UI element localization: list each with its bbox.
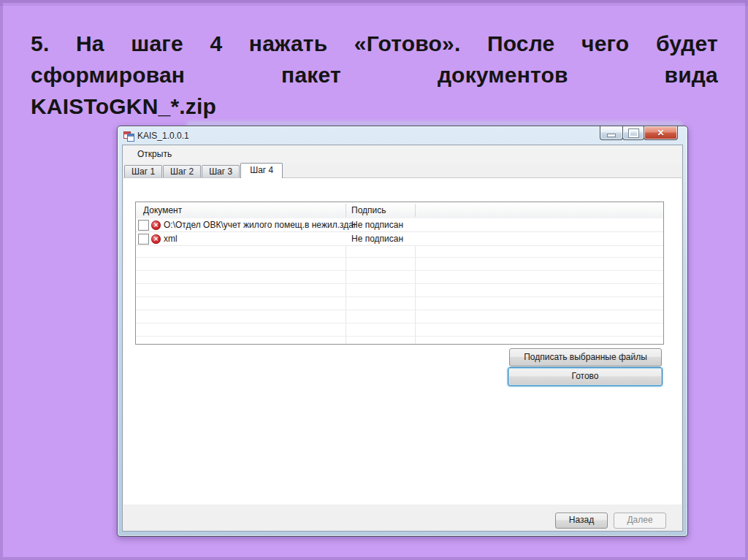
app-icon bbox=[123, 131, 134, 141]
documents-grid: Документ Подпись ✕ O:\Отдел ОВК\учет жил… bbox=[135, 202, 664, 345]
done-button[interactable]: Готово bbox=[508, 367, 663, 386]
tab-step-3[interactable]: Шаг 3 bbox=[202, 165, 240, 177]
signature-status: Не подписан bbox=[351, 234, 403, 244]
slide-title: 5. На шаге 4 нажать «Готово». После чего… bbox=[31, 28, 718, 122]
next-button-disabled[interactable]: Далее bbox=[614, 513, 666, 529]
window-controls: ✕ bbox=[600, 126, 678, 140]
maximize-button[interactable] bbox=[622, 126, 644, 140]
close-button[interactable]: ✕ bbox=[644, 126, 678, 140]
row-checkbox[interactable] bbox=[138, 234, 149, 245]
back-button[interactable]: Назад bbox=[555, 513, 608, 529]
grid-header: Документ Подпись bbox=[136, 202, 663, 219]
minimize-button[interactable] bbox=[600, 126, 623, 140]
minimize-icon bbox=[607, 134, 616, 137]
close-icon: ✕ bbox=[657, 128, 664, 138]
error-status-icon: ✕ bbox=[151, 220, 161, 230]
slide-title-line-2: сформирован пакет документов вида bbox=[31, 59, 718, 91]
window-client-area: Открыть Шаг 1 Шаг 2 Шаг 3 Шаг 4 Документ… bbox=[122, 145, 683, 532]
window-title: KAIS_1.0.0.1 bbox=[137, 131, 189, 141]
grid-body: ✕ O:\Отдел ОВК\учет жилого помещ.в нежил… bbox=[136, 218, 663, 344]
table-row[interactable]: ✕ O:\Отдел ОВК\учет жилого помещ.в нежил… bbox=[136, 218, 663, 232]
tab-step-2[interactable]: Шаг 2 bbox=[163, 165, 201, 177]
footer-strip: Назад Далее bbox=[123, 504, 682, 530]
row-checkbox[interactable] bbox=[138, 220, 149, 231]
column-header-signature[interactable]: Подпись bbox=[351, 202, 386, 218]
table-row[interactable]: ✕ xml Не подписан bbox=[136, 232, 663, 246]
menu-bar: Открыть bbox=[123, 145, 682, 164]
document-path: xml bbox=[164, 234, 178, 244]
slide-background: 5. На шаге 4 нажать «Готово». После чего… bbox=[0, 0, 748, 560]
header-separator bbox=[346, 204, 346, 217]
signature-status: Не подписан bbox=[351, 220, 403, 230]
tab-page-step-4: Документ Подпись ✕ O:\Отдел ОВК\учет жил… bbox=[123, 177, 682, 505]
application-window: KAIS_1.0.0.1 ✕ Открыть Шаг 1 Шаг 2 Шаг 3… bbox=[117, 126, 688, 537]
tab-step-1[interactable]: Шаг 1 bbox=[124, 165, 162, 177]
slide-title-line-3: KAISToGKN_*.zip bbox=[31, 91, 718, 122]
document-path: O:\Отдел ОВК\учет жилого помещ.в нежил.з… bbox=[164, 220, 355, 230]
slide-title-line-1: 5. На шаге 4 нажать «Готово». После чего… bbox=[31, 28, 718, 59]
menu-item-open[interactable]: Открыть bbox=[134, 145, 175, 164]
column-header-document[interactable]: Документ bbox=[143, 202, 182, 218]
maximize-icon bbox=[629, 129, 638, 137]
sign-selected-files-button[interactable]: Подписать выбранные файлы bbox=[509, 348, 662, 367]
header-separator bbox=[415, 204, 416, 217]
error-status-icon: ✕ bbox=[151, 234, 161, 244]
tab-step-4[interactable]: Шаг 4 bbox=[240, 163, 283, 178]
tab-strip: Шаг 1 Шаг 2 Шаг 3 Шаг 4 bbox=[124, 163, 283, 177]
